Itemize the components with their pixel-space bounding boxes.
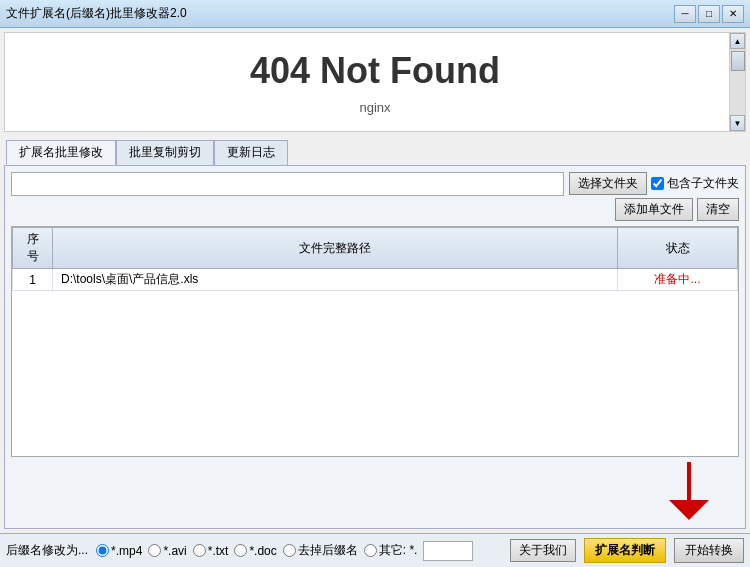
row-path: D:\tools\桌面\产品信息.xls [53,269,618,291]
include-subfolder-checkbox[interactable]: 包含子文件夹 [651,172,739,195]
add-file-button[interactable]: 添加单文件 [615,198,693,221]
top-controls: 选择文件夹 包含子文件夹 添加单文件 清空 [11,172,739,221]
banner-area: 404 Not Found nginx ▲ ▼ [4,32,746,132]
scroll-thumb[interactable] [731,51,745,71]
content-area: 404 Not Found nginx ▲ ▼ 扩展名批里修改 批里复制剪切 更… [0,28,750,567]
scroll-down-button[interactable]: ▼ [730,115,745,131]
option-mp4[interactable]: *.mp4 [96,544,142,558]
bottom-bar: 后缀名修改为... *.mp4 *.avi *.txt *.doc [0,533,750,567]
path-input[interactable] [11,172,564,196]
tab-log[interactable]: 更新日志 [214,140,288,165]
option-avi[interactable]: *.avi [148,544,186,558]
col-header-status: 状态 [618,228,738,269]
clear-button[interactable]: 清空 [697,198,739,221]
btn-row-1: 选择文件夹 包含子文件夹 [569,172,739,195]
option-other[interactable]: 其它: *. [364,542,418,559]
arrow-container [11,462,739,522]
option-txt[interactable]: *.txt [193,544,229,558]
option-doc[interactable]: *.doc [234,544,276,558]
file-table-container: 序号 文件完整路径 状态 1 D:\tools\桌面\产品信息.xls 准备中.… [11,226,739,457]
down-arrow-icon [669,462,709,528]
row-num: 1 [13,269,53,291]
app-body: 选择文件夹 包含子文件夹 添加单文件 清空 [4,165,746,529]
title-bar: 文件扩展名(后缀名)批里修改器2.0 ─ □ ✕ [0,0,750,28]
ext-name-button[interactable]: 扩展名判断 [584,538,666,563]
table-row: 1 D:\tools\桌面\产品信息.xls 准备中... [13,269,738,291]
start-button[interactable]: 开始转换 [674,538,744,563]
title-bar-controls: ─ □ ✕ [674,5,744,23]
row-status: 准备中... [618,269,738,291]
col-header-path: 文件完整路径 [53,228,618,269]
main-window: 404 Not Found nginx ▲ ▼ 扩展名批里修改 批里复制剪切 更… [0,28,750,567]
bottom-label: 后缀名修改为... [6,542,88,559]
scroll-up-button[interactable]: ▲ [730,33,745,49]
about-button[interactable]: 关于我们 [510,539,576,562]
close-button[interactable]: ✕ [722,5,744,23]
tab-rename[interactable]: 扩展名批里修改 [6,140,116,165]
select-folder-button[interactable]: 选择文件夹 [569,172,647,195]
tab-bar: 扩展名批里修改 批里复制剪切 更新日志 [0,136,750,165]
tab-copy[interactable]: 批里复制剪切 [116,140,214,165]
banner-scrollbar[interactable]: ▲ ▼ [729,33,745,131]
maximize-button[interactable]: □ [698,5,720,23]
button-group: 选择文件夹 包含子文件夹 添加单文件 清空 [569,172,739,221]
banner-title: 404 Not Found [250,50,500,92]
other-ext-input[interactable] [423,541,473,561]
option-remove[interactable]: 去掉后缀名 [283,542,358,559]
file-table: 序号 文件完整路径 状态 1 D:\tools\桌面\产品信息.xls 准备中.… [12,227,738,291]
col-header-num: 序号 [13,228,53,269]
table-header-row: 序号 文件完整路径 状态 [13,228,738,269]
minimize-button[interactable]: ─ [674,5,696,23]
radio-group: *.mp4 *.avi *.txt *.doc 去掉后缀名 [96,541,473,561]
btn-row-2: 添加单文件 清空 [569,198,739,221]
title-bar-text: 文件扩展名(后缀名)批里修改器2.0 [6,5,187,22]
banner-subtitle: nginx [359,100,390,115]
scroll-track [730,49,745,115]
svg-marker-1 [669,500,709,520]
